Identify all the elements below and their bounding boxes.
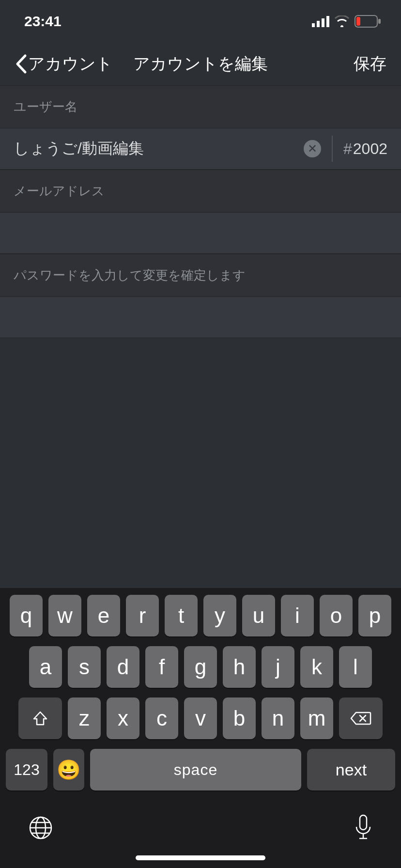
password-row — [0, 296, 401, 338]
key-d[interactable]: d — [107, 646, 139, 688]
back-label: アカウント — [28, 53, 113, 75]
nav-bar: アカウント アカウントを編集 保存 — [0, 43, 401, 85]
home-indicator[interactable] — [136, 855, 265, 860]
back-button[interactable]: アカウント — [15, 53, 113, 75]
clear-username-button[interactable]: ✕ — [304, 140, 321, 157]
username-section-label: ユーザー名 — [0, 85, 401, 128]
key-p[interactable]: p — [358, 595, 391, 636]
key-space[interactable]: space — [90, 749, 301, 790]
status-time: 23:41 — [24, 13, 62, 30]
key-w[interactable]: w — [48, 595, 81, 636]
keyboard-row-3: z x c v b n m — [4, 698, 397, 739]
key-u[interactable]: u — [242, 595, 275, 636]
key-n[interactable]: n — [262, 698, 294, 739]
key-s[interactable]: s — [68, 646, 101, 688]
key-r[interactable]: r — [126, 595, 159, 636]
key-a[interactable]: a — [29, 646, 62, 688]
svg-rect-5 — [378, 19, 381, 24]
keyboard-row-1: q w e r t y u i o p — [4, 595, 397, 636]
discriminator-value: 2002 — [353, 140, 387, 158]
key-m[interactable]: m — [300, 698, 333, 739]
key-t[interactable]: t — [165, 595, 198, 636]
svg-rect-14 — [360, 815, 367, 830]
key-q[interactable]: q — [10, 595, 43, 636]
key-f[interactable]: f — [145, 646, 178, 688]
discriminator: #2002 — [333, 140, 401, 158]
key-g[interactable]: g — [184, 646, 217, 688]
key-h[interactable]: h — [223, 646, 256, 688]
status-bar: 23:41 — [0, 0, 401, 43]
email-row — [0, 212, 401, 254]
emoji-icon: 😀 — [57, 759, 81, 781]
email-input[interactable] — [0, 213, 401, 253]
email-section-label: メールアドレス — [0, 170, 401, 212]
key-o[interactable]: o — [320, 595, 353, 636]
key-next[interactable]: next — [307, 749, 395, 790]
svg-rect-6 — [356, 17, 360, 26]
key-backspace[interactable] — [339, 698, 383, 739]
keyboard-row-4: 123 😀 space next — [4, 749, 397, 790]
key-l[interactable]: l — [339, 646, 372, 688]
close-icon: ✕ — [308, 143, 317, 155]
svg-rect-0 — [312, 23, 315, 27]
svg-rect-2 — [322, 18, 324, 27]
backspace-icon — [350, 711, 371, 726]
keyboard-row-2: a s d f g h j k l — [4, 646, 397, 688]
discriminator-hash: # — [343, 140, 352, 158]
key-emoji[interactable]: 😀 — [53, 749, 84, 790]
chevron-left-icon — [15, 54, 27, 74]
key-k[interactable]: k — [300, 646, 333, 688]
key-v[interactable]: v — [184, 698, 217, 739]
save-button[interactable]: 保存 — [354, 53, 386, 75]
key-shift[interactable] — [18, 698, 62, 739]
keyboard: q w e r t y u i o p a s d f g h j k l z … — [0, 588, 401, 868]
key-e[interactable]: e — [87, 595, 120, 636]
key-123[interactable]: 123 — [6, 749, 47, 790]
globe-icon[interactable] — [28, 815, 53, 840]
page-title: アカウントを編集 — [133, 53, 268, 75]
svg-rect-1 — [317, 21, 320, 27]
shift-icon — [32, 710, 48, 727]
cellular-icon — [312, 16, 329, 27]
password-section-label: パスワードを入力して変更を確定します — [0, 254, 401, 296]
status-icons — [312, 15, 382, 28]
svg-rect-3 — [326, 16, 329, 27]
battery-icon — [355, 15, 382, 28]
key-i[interactable]: i — [281, 595, 314, 636]
key-j[interactable]: j — [262, 646, 294, 688]
key-b[interactable]: b — [223, 698, 256, 739]
password-input[interactable] — [0, 297, 401, 338]
mic-icon[interactable] — [354, 814, 373, 841]
key-c[interactable]: c — [145, 698, 178, 739]
key-z[interactable]: z — [68, 698, 101, 739]
key-x[interactable]: x — [107, 698, 139, 739]
username-input[interactable] — [0, 128, 304, 169]
wifi-icon — [334, 16, 350, 27]
key-y[interactable]: y — [203, 595, 236, 636]
username-row: ✕ #2002 — [0, 128, 401, 170]
